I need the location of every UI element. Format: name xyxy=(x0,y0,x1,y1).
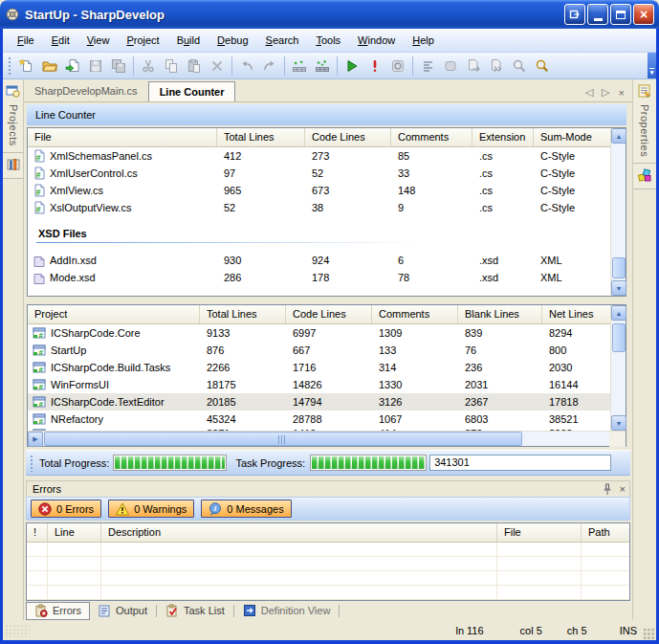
tab-line-counter[interactable]: Line Counter xyxy=(148,81,236,101)
menu-window[interactable]: Window xyxy=(349,31,404,50)
build-icon[interactable] xyxy=(288,55,311,78)
run-icon[interactable] xyxy=(340,55,363,78)
table-row[interactable]: #XmlSchemasPanel.cs 41227385.csC-Style xyxy=(28,147,610,165)
table-row[interactable]: #ICSharpCode.Build.Tasks 226617163142362… xyxy=(28,359,610,376)
scrollbar-thumb[interactable] xyxy=(44,432,522,446)
column-header[interactable]: Sum-Mode xyxy=(534,128,610,146)
column-header[interactable]: Total Lines xyxy=(217,128,305,146)
table-row[interactable]: #WinFormsUI 18175148261330203116144 xyxy=(28,376,610,393)
resize-grip[interactable] xyxy=(643,628,655,640)
tab-close-icon[interactable]: × xyxy=(619,87,625,99)
list-icon[interactable] xyxy=(416,55,439,78)
projects-table-scrollbar[interactable]: ▲ ▼ xyxy=(610,305,626,431)
sidebar-item-projects[interactable]: Projects xyxy=(3,79,23,153)
table-row[interactable]: #StartUp 87666713376800 xyxy=(28,342,610,359)
paste-icon[interactable] xyxy=(183,55,206,78)
column-header[interactable]: Blank Lines xyxy=(458,305,542,323)
scrollbar-thumb[interactable] xyxy=(612,323,626,352)
find-icon[interactable] xyxy=(531,55,554,78)
errors-panel-titlebar[interactable]: Errors × xyxy=(26,480,630,497)
delete-icon[interactable] xyxy=(206,55,229,78)
messages-filter-button[interactable]: i 0 Messages xyxy=(201,500,291,518)
build-all-icon[interactable] xyxy=(311,55,334,78)
toolbar-grip[interactable] xyxy=(8,56,12,76)
menu-build[interactable]: Build xyxy=(168,31,209,50)
column-header[interactable]: Project xyxy=(28,305,200,323)
column-header[interactable]: Path xyxy=(582,523,629,542)
scroll-up-icon[interactable]: ▲ xyxy=(611,305,626,321)
menu-search[interactable]: Search xyxy=(257,31,308,50)
close-button[interactable]: × xyxy=(633,4,654,25)
scroll-up-icon[interactable]: ▲ xyxy=(611,128,626,144)
pin-icon[interactable] xyxy=(602,483,613,496)
toolwindow-button[interactable] xyxy=(564,4,585,25)
column-header[interactable]: File xyxy=(28,128,217,146)
menu-file[interactable]: File xyxy=(9,31,43,50)
column-header[interactable]: Comments xyxy=(391,128,472,146)
sidebar-item-tools[interactable] xyxy=(3,153,23,179)
tab-output[interactable]: Output xyxy=(90,602,155,620)
toolbar-overflow-button[interactable]: ▾ xyxy=(648,53,656,78)
column-header[interactable]: ! xyxy=(27,523,48,542)
close-panel-icon[interactable]: × xyxy=(620,483,626,495)
column-header[interactable]: Total Lines xyxy=(200,305,286,323)
column-header[interactable]: Code Lines xyxy=(305,128,391,146)
scroll-down-icon[interactable]: ▼ xyxy=(611,415,626,431)
scroll-down-icon[interactable]: ▼ xyxy=(611,280,626,296)
tab-errors[interactable]: Errors xyxy=(26,602,90,620)
menu-debug[interactable]: Debug xyxy=(209,31,256,50)
column-header[interactable]: Line xyxy=(48,523,101,542)
files-table-scrollbar[interactable]: ▲ ▼ xyxy=(610,128,626,296)
undo-icon[interactable] xyxy=(235,55,258,78)
search-in-files-icon[interactable] xyxy=(508,55,531,78)
page-next-icon[interactable] xyxy=(462,55,485,78)
menu-tools[interactable]: Tools xyxy=(307,31,349,50)
record-icon[interactable] xyxy=(386,55,409,78)
sidebar-item-toolbox[interactable] xyxy=(633,164,656,189)
save-as-icon[interactable] xyxy=(61,55,84,78)
maximize-button[interactable] xyxy=(610,4,631,25)
table-row[interactable]: #NRefactory 45324287881067680338521 xyxy=(28,411,610,428)
save-all-icon[interactable] xyxy=(107,55,130,78)
table-row[interactable]: Mode.xsd 28617878.xsdXML xyxy=(28,269,610,286)
new-file-icon[interactable] xyxy=(15,55,38,78)
debug-icon[interactable] xyxy=(363,55,386,78)
tab-scroll-right-icon[interactable]: ▷ xyxy=(602,86,609,99)
table-row-selected[interactable]: #ICSharpCode.TextEditor 2018514794312623… xyxy=(28,393,610,411)
minimize-button[interactable] xyxy=(587,4,608,25)
menu-project[interactable]: Project xyxy=(118,31,167,50)
table-row[interactable]: #XmlUserControl.cs 975233.csC-Style xyxy=(28,165,610,182)
tab-scroll-left-icon[interactable]: ◁ xyxy=(585,86,593,99)
table-row[interactable]: #XslOutputView.cs 52389.csC-Style xyxy=(28,199,610,216)
cut-icon[interactable] xyxy=(137,55,160,78)
tab-sharpdevelopmain[interactable]: SharpDevelopMain.cs xyxy=(24,81,148,101)
sidebar-item-properties[interactable]: Properties xyxy=(633,79,656,164)
menu-view[interactable]: View xyxy=(78,31,119,50)
menu-edit[interactable]: Edit xyxy=(43,31,78,50)
tab-task-list[interactable]: Task List xyxy=(158,602,232,620)
redo-icon[interactable] xyxy=(258,55,281,78)
menu-help[interactable]: Help xyxy=(404,31,443,50)
column-header[interactable]: Code Lines xyxy=(286,305,372,323)
open-folder-icon[interactable] xyxy=(38,55,61,78)
column-header[interactable]: Net Lines xyxy=(542,305,610,323)
table-row[interactable]: #ICSharpCode.Core 9133699713098398294 xyxy=(28,324,610,342)
scrollbar-thumb[interactable] xyxy=(612,257,626,278)
warnings-filter-button[interactable]: 0 Warnings xyxy=(108,500,194,518)
save-icon[interactable] xyxy=(84,55,107,78)
progress-strip-grip[interactable] xyxy=(30,455,34,472)
horizontal-scrollbar[interactable]: ◀ ▶ xyxy=(28,431,626,446)
table-row[interactable]: AddIn.xsd 9309246.xsdXML xyxy=(28,252,610,269)
column-header[interactable]: File xyxy=(497,523,582,542)
page-last-icon[interactable] xyxy=(485,55,508,78)
title-bar[interactable]: StartUp - SharpDevelop × xyxy=(0,0,659,29)
copy-icon[interactable] xyxy=(160,55,183,78)
column-header[interactable]: Extension xyxy=(472,128,534,146)
column-header[interactable]: Description xyxy=(101,523,497,542)
column-header[interactable]: Comments xyxy=(372,305,458,323)
tab-definition-view[interactable]: Definition View xyxy=(235,602,339,620)
shape-icon[interactable] xyxy=(439,55,462,78)
table-row[interactable]: #XmlView.cs 965673148.csC-Style xyxy=(28,182,610,199)
scroll-right-icon[interactable]: ▶ xyxy=(28,432,43,447)
errors-filter-button[interactable]: 0 Errors xyxy=(31,500,101,518)
